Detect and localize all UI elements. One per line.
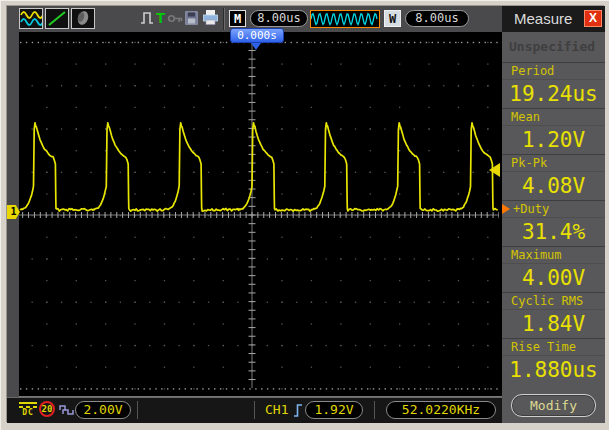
- window-timebase-letter: W: [384, 10, 401, 27]
- close-button[interactable]: X: [584, 10, 602, 27]
- measure-item-period[interactable]: Period19.24us: [502, 62, 605, 108]
- statusbar-divider: [374, 401, 375, 419]
- probe-wave-icon: [59, 403, 75, 417]
- print-icon[interactable]: [202, 9, 219, 26]
- measure-item-label: Maximum: [502, 247, 605, 263]
- measure-item-mean[interactable]: Mean1.20V: [502, 108, 605, 154]
- slope-button[interactable]: [45, 8, 69, 29]
- channels-button[interactable]: [19, 8, 43, 29]
- measure-item-cyclic-rms[interactable]: Cyclic RMS1.84V: [502, 292, 605, 338]
- window-zoom-thumbnail[interactable]: [310, 10, 380, 28]
- trigger-source-channel: CH1: [265, 402, 288, 417]
- hand-button[interactable]: [71, 8, 95, 29]
- ch1-trace: [20, 123, 498, 211]
- trigger-position-label[interactable]: 0.000s: [230, 28, 284, 43]
- measure-item-label: Rise Time: [502, 339, 605, 355]
- trigger-position-pointer-icon: [251, 43, 261, 50]
- measure-item-value: 4.00V: [502, 263, 605, 293]
- main-timebase-letter: M: [229, 10, 246, 27]
- trigger-status-letter: T: [156, 9, 165, 26]
- oscilloscope-window: T M 8.00us W 8.00us: [0, 0, 609, 430]
- measure-item--duty[interactable]: +Duty31.4%: [502, 200, 605, 246]
- modify-button[interactable]: Modify: [511, 394, 596, 417]
- volts-per-div-readout: 2.00V: [75, 401, 131, 419]
- hand-icon: [72, 9, 94, 28]
- measure-panel-title: Measure: [514, 10, 572, 27]
- channel-waves-icon: [20, 9, 42, 28]
- trigger-frequency-readout: 52.0220KHz: [386, 401, 496, 419]
- measure-item-value: 1.880us: [502, 355, 605, 385]
- statusbar-divider: [137, 401, 138, 419]
- scope-screen: T M 8.00us W 8.00us: [6, 5, 604, 422]
- toolbar-divider: [223, 8, 225, 30]
- trigger-level-readout: 1.92V: [305, 401, 363, 419]
- rising-edge-icon: [293, 402, 304, 419]
- measure-item-value: 1.20V: [502, 125, 605, 155]
- trigger-level-marker-icon[interactable]: [489, 163, 500, 177]
- measure-item-value: 4.08V: [502, 171, 605, 201]
- measure-item-label: Cyclic RMS: [502, 293, 605, 309]
- measure-item-value: 19.24us: [502, 79, 605, 109]
- pulse-trigger-icon: [140, 10, 154, 26]
- measure-panel: Measure X Unspecified Period19.24usMean1…: [502, 6, 605, 423]
- measure-item-label: Mean: [502, 109, 605, 125]
- save-icon[interactable]: [185, 11, 198, 25]
- window-timebase-value: 8.00us: [405, 10, 469, 27]
- statusbar-divider: [254, 401, 255, 419]
- measure-source: Unspecified: [502, 32, 605, 62]
- waveform-plot: [19, 32, 499, 397]
- measure-panel-header: Measure X: [502, 6, 605, 32]
- measure-item-label: Pk-Pk: [502, 155, 605, 171]
- measure-item-value: 31.4%: [502, 217, 605, 247]
- measure-item-maximum[interactable]: Maximum4.00V: [502, 246, 605, 292]
- bandwidth-limit-icon[interactable]: 20: [39, 401, 55, 417]
- coupling-dc-icon[interactable]: DC: [19, 400, 37, 421]
- waveform-display: [19, 32, 502, 397]
- measure-item-pk-pk[interactable]: Pk-Pk4.08V: [502, 154, 605, 200]
- measure-item-rise-time[interactable]: Rise Time1.880us: [502, 338, 605, 384]
- main-timebase-value: 8.00us: [250, 10, 308, 27]
- bottom-status-bar: DC 20 2.00V CH1 1.92V 52.0220KHz: [7, 397, 502, 423]
- measure-item-value: 1.84V: [502, 309, 605, 339]
- slope-line-icon: [46, 9, 68, 28]
- measure-item-label: +Duty: [502, 201, 605, 217]
- keylock-icon[interactable]: [168, 13, 183, 24]
- measure-item-label: Period: [502, 63, 605, 79]
